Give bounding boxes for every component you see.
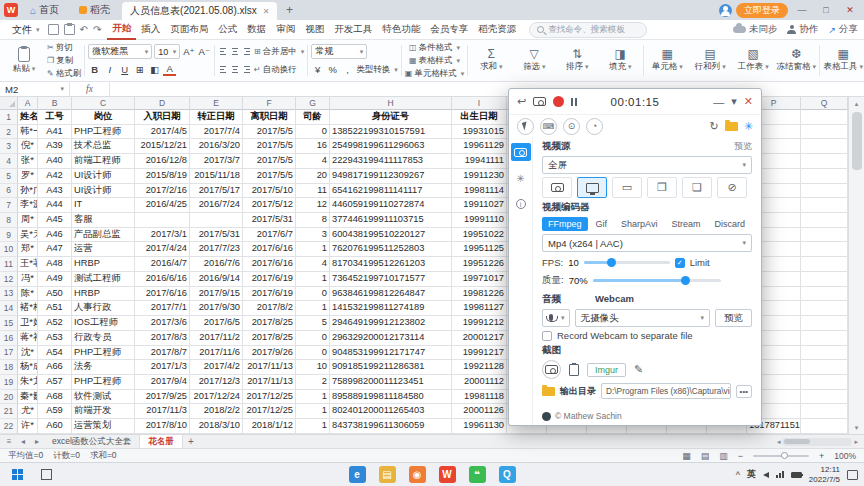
cell-E3[interactable]: 2016/3/20 bbox=[190, 139, 243, 154]
cell-G18[interactable]: 10 bbox=[296, 360, 330, 375]
Q[interactable]: Q bbox=[801, 97, 848, 110]
cell-I11[interactable]: 19951226 bbox=[452, 257, 507, 272]
cell-E17[interactable]: 2017/11/6 bbox=[190, 346, 243, 361]
cell-A6[interactable]: 孙*广 bbox=[18, 184, 38, 199]
cell-F8[interactable]: 2017/5/31 bbox=[243, 213, 296, 228]
cell-H19[interactable]: 758998200011123451 bbox=[330, 375, 452, 390]
align-top-right-icon[interactable] bbox=[242, 48, 252, 55]
cell-E5[interactable]: 2015/11/18 bbox=[190, 169, 243, 184]
fill-button[interactable]: ◨ 填充▾ bbox=[600, 48, 640, 73]
cell-Q13[interactable] bbox=[801, 287, 848, 302]
zoom-in-button[interactable]: + bbox=[819, 451, 824, 461]
cell-I20[interactable]: 19981118 bbox=[452, 390, 507, 405]
cell-H7[interactable]: 446059199110272874 bbox=[330, 198, 452, 213]
cell-D16[interactable]: 2017/8/3 bbox=[135, 331, 190, 346]
cell-F22[interactable]: 2018/1/12 bbox=[243, 419, 296, 434]
开始[interactable]: 开始 bbox=[107, 20, 136, 40]
cell-B22[interactable]: A60 bbox=[38, 419, 72, 434]
cell-D20[interactable]: 2017/9/25 bbox=[135, 390, 190, 405]
keystrokes-toggle[interactable]: ⌨ bbox=[540, 118, 557, 135]
cell-G6[interactable]: 11 bbox=[296, 184, 330, 199]
cell-I19[interactable]: 20001112 bbox=[452, 375, 507, 390]
zoom-level[interactable]: 100% bbox=[834, 451, 856, 461]
cell-B15[interactable]: A52 bbox=[38, 316, 72, 331]
cell-I4[interactable]: 19941111 bbox=[452, 154, 507, 169]
cell-G3[interactable]: 16 bbox=[296, 139, 330, 154]
cell-I16[interactable]: 20001217 bbox=[452, 331, 507, 346]
camera-source-icon[interactable] bbox=[542, 177, 572, 198]
cell-Q20[interactable] bbox=[801, 390, 848, 405]
cell-H20[interactable]: 895889199811184580 bbox=[330, 390, 452, 405]
cell-D10[interactable]: 2017/4/24 bbox=[135, 242, 190, 257]
cell-F18[interactable]: 2017/11/13 bbox=[243, 360, 296, 375]
undo-icon[interactable]: ↶ bbox=[80, 25, 88, 35]
cell-H9[interactable]: 600438199510220127 bbox=[330, 228, 452, 243]
cell-Q3[interactable] bbox=[801, 139, 848, 154]
wps-office[interactable]: W bbox=[435, 463, 459, 486]
插入[interactable]: 插入 bbox=[136, 20, 165, 40]
cell-G8[interactable]: 8 bbox=[296, 213, 330, 228]
cell-I21[interactable]: 20001126 bbox=[452, 404, 507, 419]
row-header-18[interactable]: 18 bbox=[0, 360, 18, 375]
开发工具[interactable]: 开发工具 bbox=[329, 20, 377, 40]
cell-G12[interactable]: 1 bbox=[296, 272, 330, 287]
webcam-select[interactable]: 无摄像头▾ bbox=[575, 309, 710, 327]
cell-D14[interactable]: 2017/7/1 bbox=[135, 301, 190, 316]
cell-B19[interactable]: A57 bbox=[38, 375, 72, 390]
sheet-list-icon[interactable]: ≡ bbox=[2, 435, 16, 448]
row-header-2[interactable]: 2 bbox=[0, 125, 18, 140]
cell-C12[interactable]: 测试工程师 bbox=[72, 272, 135, 287]
cell-A3[interactable]: 倪* bbox=[18, 139, 38, 154]
pause-button[interactable] bbox=[571, 98, 577, 106]
cell-A11[interactable]: 王*菲 bbox=[18, 257, 38, 272]
cell-C22[interactable]: 运营策划 bbox=[72, 419, 135, 434]
cell-A22[interactable]: 许* bbox=[18, 419, 38, 434]
number-format-select[interactable]: 常规▾ bbox=[311, 44, 367, 59]
view-page-layout-icon[interactable]: ▤ bbox=[701, 451, 710, 461]
cell-G20[interactable]: 1 bbox=[296, 390, 330, 405]
fps-slider[interactable] bbox=[584, 261, 670, 264]
cell-Q21[interactable] bbox=[801, 404, 848, 419]
close-button[interactable]: ✕ bbox=[840, 1, 860, 19]
percent-button[interactable]: % bbox=[326, 63, 339, 77]
network-icon[interactable] bbox=[776, 471, 784, 478]
cell-H6[interactable]: 654162199811141117 bbox=[330, 184, 452, 199]
cell-D15[interactable]: 2017/3/6 bbox=[135, 316, 190, 331]
font-family-select[interactable]: 微软雅黑▾ bbox=[88, 44, 152, 59]
cell-I9[interactable]: 19951022 bbox=[452, 228, 507, 243]
align-center-icon[interactable] bbox=[230, 66, 240, 73]
cell-C6[interactable]: UI设计师 bbox=[72, 184, 135, 199]
cell-C11[interactable]: HRBP bbox=[72, 257, 135, 272]
row-header-12[interactable]: 12 bbox=[0, 272, 18, 287]
cell-H17[interactable]: 904853199912171747 bbox=[330, 346, 452, 361]
row-header-3[interactable]: 3 bbox=[0, 139, 18, 154]
B[interactable]: B bbox=[38, 97, 72, 110]
cell-A14[interactable]: 褚*梅 bbox=[18, 301, 38, 316]
output-folder-icon[interactable] bbox=[542, 387, 555, 396]
print-icon[interactable] bbox=[64, 24, 75, 35]
rows-cols-button[interactable]: ▤ 行和列▾ bbox=[690, 48, 730, 73]
monitor-source-icon[interactable] bbox=[577, 177, 607, 198]
refresh-icon[interactable]: ↻ bbox=[710, 120, 719, 133]
camera-icon[interactable] bbox=[533, 97, 546, 106]
cell-F2[interactable]: 2017/5/5 bbox=[243, 125, 296, 140]
start-button[interactable] bbox=[4, 463, 32, 486]
cell-H21[interactable]: 802401200011265403 bbox=[330, 404, 452, 419]
cell-G19[interactable]: 2 bbox=[296, 375, 330, 390]
excel函数公式大全套[interactable]: excel函数公式大全套 bbox=[44, 435, 140, 448]
sheet-nav-left-icon[interactable]: ◂ bbox=[16, 435, 30, 448]
Gif[interactable]: Gif bbox=[590, 217, 614, 231]
align-left-icon[interactable] bbox=[218, 66, 228, 73]
cell-E15[interactable]: 2017/6/5 bbox=[190, 316, 243, 331]
cell-style-button[interactable]: ▣单元格样式▾ bbox=[405, 68, 465, 80]
页面布局[interactable]: 页面布局 bbox=[165, 20, 213, 40]
sheet-nav-right-icon[interactable]: ▸ bbox=[30, 435, 44, 448]
vertical-scrollbar[interactable]: ▴ ▾ bbox=[848, 97, 864, 434]
cell-C9[interactable]: 产品副总监 bbox=[72, 228, 135, 243]
font-size-select[interactable]: 10▾ bbox=[154, 44, 180, 59]
cell-F14[interactable]: 2017/8/2 bbox=[243, 301, 296, 316]
document-tab-close-icon[interactable]: ✕ bbox=[263, 7, 270, 16]
D[interactable]: D bbox=[135, 97, 190, 110]
clipboard-icon[interactable] bbox=[569, 364, 579, 376]
tray-expand-icon[interactable]: ^ bbox=[736, 470, 740, 480]
